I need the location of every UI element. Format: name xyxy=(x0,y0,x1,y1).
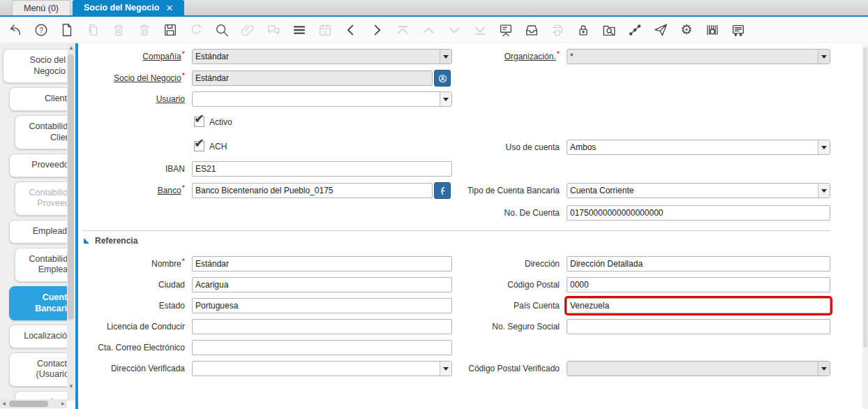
sidebar-tab-cliente[interactable]: Cliente xyxy=(9,87,67,111)
dropdown-arrow-icon[interactable] xyxy=(818,50,830,64)
bpartner-info-button[interactable] xyxy=(434,70,451,87)
input-direccion[interactable]: Dirección Detallada xyxy=(567,256,830,272)
label-text-tipo-cuenta-bancaria: Tipo de Cuenta Bancaria xyxy=(467,186,560,195)
input-iban[interactable]: ES21 xyxy=(192,161,452,177)
save-icon[interactable] xyxy=(162,22,178,38)
input-pais-cuenta[interactable]: Venezuela xyxy=(567,298,830,313)
dropdown-arrow-icon[interactable] xyxy=(818,140,830,154)
scroll-right-icon[interactable]: ► xyxy=(59,399,67,408)
dropdown-arrow-icon[interactable] xyxy=(818,184,830,198)
input-no-de-cuenta[interactable]: 01750000000000000000 xyxy=(567,205,830,221)
group-header-referencia[interactable]: Referencia xyxy=(84,236,137,246)
sidebar-tab-empleado[interactable]: Empleado xyxy=(9,220,67,244)
field-row-tipo-cuenta-bancaria: Tipo de Cuenta BancariaCuenta Corriente xyxy=(78,183,862,201)
sidebar-tab-contabilidad-cliente[interactable]: Contabilidad Cliente xyxy=(15,115,67,149)
field-row-no-seguro-social: No. Seguro Social xyxy=(78,319,862,337)
product-info-icon[interactable] xyxy=(704,22,720,38)
first-record-icon xyxy=(394,22,410,38)
preferences-icon[interactable]: ⚙ xyxy=(678,22,694,38)
parent-record-icon[interactable] xyxy=(343,22,359,38)
content-vertical-scrollbar[interactable] xyxy=(862,45,868,409)
tab-sidebar: Socio del NegocioClienteContabilidad Cli… xyxy=(0,43,67,401)
field-row-direccion: DirecciónDirección Detallada xyxy=(78,256,862,274)
find-icon[interactable] xyxy=(214,22,230,38)
label-tipo-cuenta-bancaria: Tipo de Cuenta Bancaria xyxy=(453,183,560,198)
label-text-no-seguro-social: No. Seguro Social xyxy=(492,322,560,332)
workflow-icon[interactable] xyxy=(627,22,643,38)
field-row-codigo-postal-verificado: Código Postal Verificado xyxy=(78,361,862,379)
grid-toggle-icon[interactable] xyxy=(291,22,307,38)
sidebar-horizontal-scrollbar[interactable]: ◄ ► xyxy=(0,399,67,408)
input-no-seguro-social[interactable] xyxy=(567,319,830,334)
label-text-pais-cuenta: País Cuenta xyxy=(514,301,560,311)
scroll-left-icon[interactable]: ◄ xyxy=(0,399,8,408)
detail-record-icon[interactable] xyxy=(368,22,384,38)
label-text-no-de-cuenta: No. De Cuenta xyxy=(504,208,560,218)
input-cta-correo-electronico[interactable] xyxy=(192,340,452,355)
checkbox-box-activo[interactable]: ✔ xyxy=(194,117,204,127)
print-icon xyxy=(549,22,565,38)
sidebar-vertical-scrollbar[interactable]: ▲ ▼ xyxy=(67,43,75,401)
sidebar-tab-cuenta-bancaria[interactable]: Cuenta Bancaria xyxy=(9,286,67,320)
field-row-pais-cuenta: País CuentaVenezuela xyxy=(78,298,862,316)
tab-active-label: Socio del Negocio xyxy=(84,3,159,13)
close-icon[interactable]: ✕ xyxy=(165,3,173,13)
record-info-icon[interactable] xyxy=(601,22,617,38)
field-row-socio-del-negocio: Socio del Negocio*Estándar xyxy=(78,70,862,89)
tab-menu-label: Menú (0) xyxy=(24,3,59,13)
content-vscroll-thumb[interactable] xyxy=(863,47,867,348)
sidebar-tab-socio-del-negocio[interactable]: Socio del Negocio xyxy=(3,49,67,83)
label-text-iban: IBAN xyxy=(165,164,185,174)
undo-icon[interactable] xyxy=(7,22,23,38)
select-value-codigo-postal-verificado xyxy=(567,362,818,375)
report-icon[interactable] xyxy=(497,22,514,38)
sidebar-hscroll-thumb[interactable] xyxy=(9,401,48,407)
tab-socio-del-negocio[interactable]: Socio del Negocio ✕ xyxy=(73,0,184,15)
label-no-seguro-social: No. Seguro Social xyxy=(453,319,560,334)
input-socio-del-negocio[interactable]: Estándar xyxy=(192,70,433,86)
select-uso-de-cuenta[interactable]: Ambos xyxy=(567,140,830,155)
field-row-activo: ✔Activo xyxy=(78,115,862,133)
select-tipo-cuenta-bancaria[interactable]: Cuenta Corriente xyxy=(567,183,830,198)
label-text-codigo-postal-verificado: Código Postal Verificado xyxy=(468,364,560,373)
scroll-down-icon[interactable]: ▼ xyxy=(67,382,75,391)
input-codigo-postal[interactable]: 0000 xyxy=(567,277,830,292)
select-value-organizacion: * xyxy=(567,50,818,64)
label-iban: IBAN xyxy=(78,161,185,177)
scroll-up-icon[interactable]: ▲ xyxy=(67,43,75,52)
tab-menu[interactable]: Menú (0) xyxy=(12,0,70,15)
help-icon[interactable]: ? xyxy=(33,22,49,38)
field-row-iban: IBANES21 xyxy=(78,161,862,179)
sidebar-tab-label: Contabilidad Empleado xyxy=(29,254,68,275)
label-text-socio-del-negocio: Socio del Negocio xyxy=(114,73,181,83)
form-content: Referencia Compañía*EstándarOrganización… xyxy=(78,43,862,409)
last-record-icon xyxy=(472,22,488,38)
delete-selection-icon xyxy=(136,22,152,38)
svg-text:?: ? xyxy=(39,26,43,34)
application-window: Menú (0) Socio del Negocio ✕ ?31⚙ Socio … xyxy=(0,0,868,409)
delete-record-icon xyxy=(110,22,126,38)
sidebar-tab-label: Cliente xyxy=(45,94,67,103)
label-organizacion: Organización.* xyxy=(453,49,560,64)
archive-icon[interactable] xyxy=(523,22,539,38)
label-text-direccion: Dirección xyxy=(525,259,560,269)
sidebar-tab-localización[interactable]: Localización xyxy=(9,325,67,348)
select-organizacion[interactable]: * xyxy=(567,49,830,64)
lock-icon[interactable] xyxy=(575,22,591,38)
previous-record-icon xyxy=(420,22,436,38)
sidebar-tab-proveedor[interactable]: Proveedor xyxy=(9,154,67,177)
sidebar-tab-contacto-usuario-[interactable]: Contacto (Usuario) xyxy=(9,352,67,387)
dropdown-arrow-icon[interactable] xyxy=(440,92,451,106)
collapse-triangle-icon[interactable] xyxy=(84,238,89,244)
new-record-icon[interactable] xyxy=(59,22,75,38)
help-window-icon[interactable] xyxy=(730,22,746,38)
sidebar-vscroll-thumb[interactable] xyxy=(68,54,74,320)
sidebar-tab-contabilidad-empleado[interactable]: Contabilidad Empleado xyxy=(15,248,67,282)
required-asterisk: * xyxy=(182,71,185,80)
checkbox-activo[interactable]: ✔Activo xyxy=(194,117,232,127)
sidebar-tab-contabilidad-proveedor: Contabilidad Proveedor xyxy=(15,181,67,216)
label-uso-de-cuenta: Uso de cuenta xyxy=(453,140,560,155)
select-usuario[interactable] xyxy=(192,91,452,107)
send-mail-icon[interactable] xyxy=(652,22,668,38)
select-value-uso-de-cuenta: Ambos xyxy=(567,140,818,154)
